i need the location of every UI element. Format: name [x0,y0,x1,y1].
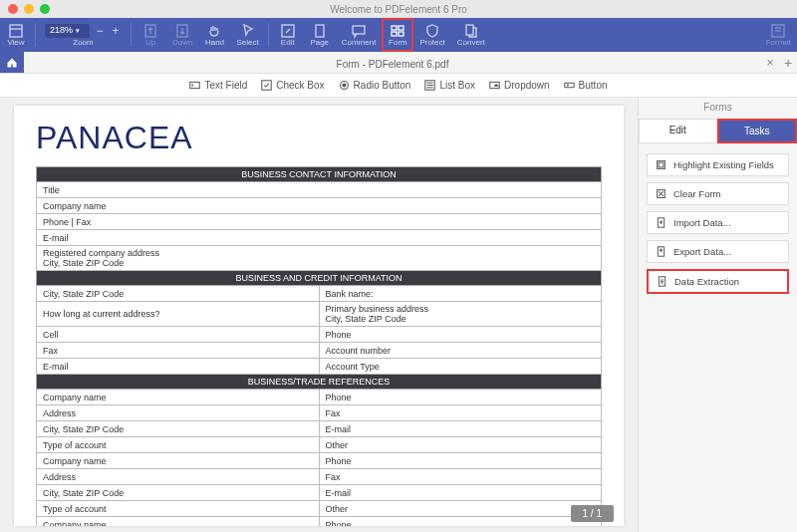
data-extraction-button[interactable]: Data Extraction [647,269,789,294]
table-cell: Address [37,469,320,485]
clear-form-button[interactable]: Clear Form [647,182,789,205]
zoom-out-button[interactable]: − [94,24,106,38]
page-button[interactable]: Page [304,18,336,52]
form-label: Form [389,38,407,47]
extract-icon [657,276,667,287]
dropdown-tool[interactable]: Dropdown [489,80,550,91]
list-box-tool[interactable]: List Box [424,80,475,91]
format-label: Format [766,38,791,47]
comment-button[interactable]: Comment [336,18,383,52]
zoom-select[interactable]: 218%▾ [45,24,90,38]
tab-edit[interactable]: Edit [639,119,717,143]
arrow-up-icon [142,24,158,38]
table-cell: E-mail [37,230,602,246]
table-cell: Phone [319,453,602,469]
svg-rect-0 [10,25,22,37]
convert-button[interactable]: Convert [451,18,491,52]
convert-icon [463,24,479,38]
section-header: BUSINESS CONTACT INFORMATION [37,167,602,182]
clear-icon [656,188,666,199]
export-icon [656,246,666,257]
svg-rect-15 [190,82,199,88]
table-cell: Other [319,501,602,517]
svg-rect-17 [262,81,271,90]
select-button[interactable]: Select [230,18,264,52]
table-cell: Other [319,437,602,453]
edit-button[interactable]: Edit [272,18,304,52]
comment-icon [351,24,367,38]
format-button[interactable]: Format [760,18,797,52]
document-canvas[interactable]: PANACEA BUSINESS CONTACT INFORMATION Tit… [0,98,638,532]
highlight-fields-button[interactable]: Highlight Existing Fields [647,153,789,176]
svg-rect-11 [466,25,473,35]
form-button[interactable]: Form [382,18,413,52]
edit-icon [280,24,296,38]
table-cell: Company name [37,390,320,405]
list-box-icon [424,80,435,91]
table-cell: City, State ZIP Code [37,421,320,437]
svg-rect-9 [392,32,397,36]
forms-panel: Forms Edit Tasks Highlight Existing Fiel… [638,98,797,532]
close-tab-button[interactable]: × [761,56,779,70]
select-label: Select [236,38,258,47]
radio-icon [339,80,350,91]
highlight-label: Highlight Existing Fields [673,159,774,170]
table-cell: City, State ZIP Code [37,286,320,302]
import-data-button[interactable]: Import Data... [647,211,789,234]
protect-label: Protect [419,38,444,47]
tab-tasks[interactable]: Tasks [717,119,798,143]
export-label: Export Data... [673,246,731,257]
svg-rect-24 [490,82,499,88]
hand-icon [206,24,222,38]
table-cell: Phone [319,327,602,343]
protect-button[interactable]: Protect [413,18,450,52]
form-tools-row: Text Field Check Box Radio Button List B… [0,74,797,98]
panel-title: Forms [639,98,797,119]
edit-label: Edit [281,38,295,47]
svg-rect-10 [398,32,403,36]
home-tab[interactable] [0,52,24,73]
dropdown-icon [489,80,500,91]
button-tool[interactable]: Button [564,80,608,91]
view-icon [8,24,24,38]
zoom-in-button[interactable]: + [110,24,122,38]
highlight-icon [656,159,666,170]
convert-label: Convert [457,38,485,47]
pdf-page: PANACEA BUSINESS CONTACT INFORMATION Tit… [14,106,624,526]
text-field-tool[interactable]: Text Field [189,80,247,91]
add-tab-button[interactable]: + [779,55,797,71]
table-cell: Registered company addressCity, State ZI… [37,246,602,271]
check-box-label: Check Box [276,80,324,91]
document-heading: PANACEA [36,120,602,156]
table-cell: Company name [37,453,320,469]
list-box-label: List Box [439,80,475,91]
extract-label: Data Extraction [674,276,739,287]
form-icon [390,24,405,38]
check-box-tool[interactable]: Check Box [261,80,324,91]
up-button[interactable]: Up [134,18,166,52]
table-cell: City, State ZIP Code [37,485,320,501]
check-box-icon [261,80,272,91]
view-button[interactable]: View [0,18,32,52]
button-label: Button [579,80,608,91]
radio-button-tool[interactable]: Radio Button [339,80,411,91]
table-cell: Type of account [37,501,320,517]
titlebar: Welcome to PDFelement 6 Pro [0,0,797,18]
business-contact-table: BUSINESS CONTACT INFORMATION Title Compa… [36,166,602,526]
table-cell: Primary business addressCity, State ZIP … [319,302,602,327]
up-label: Up [145,38,155,47]
down-button[interactable]: Down [166,18,198,52]
import-label: Import Data... [673,217,731,228]
table-cell: E-mail [37,359,320,375]
dropdown-label: Dropdown [504,80,550,91]
document-tab[interactable]: Form - PDFelement 6.pdf [24,56,761,70]
zoom-group: 218%▾ − + Zoom [39,18,128,52]
app-title: Welcome to PDFelement 6 Pro [0,4,797,15]
hand-button[interactable]: Hand [198,18,230,52]
table-cell: Type of account [37,437,320,453]
table-cell: Account Type [319,359,602,375]
page-label: Page [310,38,329,47]
svg-rect-7 [392,26,397,30]
export-data-button[interactable]: Export Data... [647,240,789,263]
arrow-down-icon [174,24,190,38]
